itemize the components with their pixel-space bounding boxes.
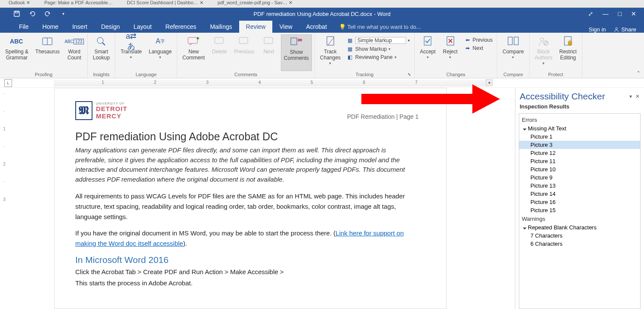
minimize-icon[interactable]: — [603, 10, 609, 17]
accessibility-error-item[interactable]: Picture 3 [519, 141, 640, 149]
collapse-ribbon-icon[interactable]: ⌃ [636, 70, 641, 76]
tab-layout[interactable]: Layout [127, 21, 159, 33]
changes-previous-button[interactable]: ⬅Previous [462, 36, 495, 44]
share-button[interactable]: Share [613, 26, 636, 33]
tab-view[interactable]: View [272, 21, 299, 33]
doc-paragraph: This starts the process in Adobe Acrobat… [75, 278, 419, 288]
svg-rect-13 [291, 38, 297, 45]
undo-icon[interactable] [28, 10, 36, 18]
ribbon: ABCSpelling & Grammar Thesaurus ABC123Wo… [0, 33, 644, 78]
scroll-up-icon[interactable]: ▴ [486, 79, 493, 86]
show-markup-button[interactable]: ▦Show Markup [345, 45, 412, 53]
svg-point-2 [616, 28, 617, 29]
svg-rect-16 [424, 37, 431, 45]
document-page[interactable]: 𝕸 UNIVERSITY OF DETROIT MERCY PDF Remedi… [54, 88, 447, 309]
panel-title: Accessibility Checker [520, 91, 605, 102]
accept-button[interactable]: Accept [417, 34, 438, 71]
svg-rect-1 [15, 11, 18, 13]
panel-dropdown-icon[interactable]: ▾ [629, 93, 632, 99]
tab-design[interactable]: Design [94, 21, 127, 33]
svg-rect-19 [514, 37, 518, 45]
group-label: Proofing [3, 71, 85, 78]
thesaurus-button[interactable]: Thesaurus [33, 34, 62, 71]
group-label: Language [118, 71, 174, 78]
accessibility-error-item[interactable]: Picture 15 [519, 206, 640, 214]
qat-dropdown-icon[interactable]: ▾ [59, 10, 67, 18]
tab-selector[interactable]: L [4, 79, 12, 87]
tracking-launcher-icon[interactable]: ⬊ [407, 72, 411, 77]
browser-tab[interactable]: DCI Score Dashboard | Dashbo… ✕ [127, 0, 203, 5]
spelling-grammar-button[interactable]: ABCSpelling & Grammar [3, 34, 31, 71]
tab-file[interactable]: File [12, 21, 36, 33]
translate-button[interactable]: a⇄あTranslate [118, 34, 145, 71]
maximize-icon[interactable]: □ [618, 10, 622, 17]
svg-line-6 [102, 43, 105, 45]
doc-paragraph: Click the Acrobat Tab > Create PDF and R… [75, 267, 419, 277]
show-comments-button[interactable]: Show Comments [281, 34, 312, 71]
group-label: Insights [90, 71, 112, 78]
repeated-blank-chars-group[interactable]: Repeated Blank Characters [519, 223, 640, 232]
group-label: Changes [417, 71, 494, 78]
accessibility-warning-item[interactable]: 7 Characters [519, 232, 640, 240]
horizontal-ruler[interactable]: 1 2 3 4 5 6 7 [54, 80, 489, 87]
svg-rect-14 [298, 39, 302, 41]
sign-in-link[interactable]: Sign in [589, 26, 606, 33]
document-title: PDF remediation Using Adobe Acrobat DC.d… [0, 11, 644, 17]
redo-icon[interactable] [44, 10, 52, 18]
accessibility-error-item[interactable]: Picture 9 [519, 173, 640, 182]
block-authors-button: Block Authors [532, 34, 555, 71]
browser-tab[interactable]: pdf_word_create-pdf.png - Sav… ✕ [218, 0, 293, 5]
tell-me-field[interactable]: 💡 Tell me what you want to do... [334, 21, 426, 33]
panel-subtitle: Inspection Results [515, 102, 644, 113]
markup-dropdown[interactable]: ▦Simple Markup▾ [345, 36, 412, 45]
restrict-editing-button[interactable]: Restrict Editing [557, 34, 579, 71]
errors-category: Errors [519, 115, 640, 124]
accessibility-checker-panel: Accessibility Checker ▾✕ Inspection Resu… [515, 88, 644, 309]
reviewing-pane-button[interactable]: ◧Reviewing Pane [345, 53, 412, 61]
inspection-results-list[interactable]: Errors Missing Alt Text Picture 1Picture… [519, 113, 641, 309]
browser-tab[interactable]: Outlook ✕ [9, 0, 30, 5]
next-comment-button: Next [259, 34, 279, 71]
doc-heading-2: In Microsoft Word 2016 [75, 255, 419, 265]
accessibility-error-item[interactable]: Picture 14 [519, 190, 640, 198]
group-label: Comments [180, 71, 312, 78]
display-options-icon[interactable]: ⤢ [588, 10, 593, 17]
accessibility-error-item[interactable]: Picture 11 [519, 157, 640, 165]
accessibility-error-item[interactable]: Picture 1 [519, 133, 640, 141]
group-label: Compare [500, 71, 526, 78]
compare-button[interactable]: Compare [500, 34, 526, 71]
doc-heading-1: PDF remediation Using Adobe Acrobat DC [75, 130, 419, 143]
accessibility-error-item[interactable]: Picture 12 [519, 149, 640, 157]
tab-mailings[interactable]: Mailings [203, 21, 239, 33]
tab-insert[interactable]: Insert [65, 21, 94, 33]
previous-comment-button: Previous [231, 34, 257, 71]
smart-lookup-button[interactable]: Smart Lookup [90, 34, 112, 71]
reject-button[interactable]: Reject [440, 34, 461, 71]
panel-close-icon[interactable]: ✕ [635, 93, 640, 99]
svg-rect-7 [188, 37, 197, 43]
word-count-button[interactable]: ABC123Word Count [64, 34, 85, 71]
svg-rect-10 [215, 37, 223, 43]
accessibility-warning-item[interactable]: 6 Characters [519, 240, 640, 248]
new-comment-button[interactable]: New Comment [180, 34, 207, 71]
tab-acrobat[interactable]: Acrobat [299, 21, 334, 33]
tab-references[interactable]: References [159, 21, 203, 33]
page-header-right: PDF Remediation | Page 1 [347, 113, 419, 120]
browser-tab[interactable]: Page: Make a PDF Accessible… [44, 0, 113, 5]
svg-point-20 [540, 38, 544, 41]
track-changes-button[interactable]: Track Changes [317, 34, 343, 71]
warnings-category: Warnings [519, 214, 640, 223]
missing-alt-text-group[interactable]: Missing Alt Text [519, 124, 640, 133]
close-icon[interactable]: ✕ [631, 10, 636, 17]
group-label: Protect [532, 71, 579, 78]
svg-rect-15 [327, 37, 334, 45]
accessibility-error-item[interactable]: Picture 10 [519, 165, 640, 173]
changes-next-button[interactable]: ➡Next [462, 44, 495, 52]
tab-home[interactable]: Home [36, 21, 65, 33]
svg-rect-24 [568, 42, 572, 45]
accessibility-error-item[interactable]: Picture 13 [519, 182, 640, 190]
save-icon[interactable] [13, 10, 21, 18]
language-button[interactable]: A字Language [146, 34, 174, 71]
tab-review[interactable]: Review [239, 21, 273, 33]
accessibility-error-item[interactable]: Picture 16 [519, 198, 640, 206]
